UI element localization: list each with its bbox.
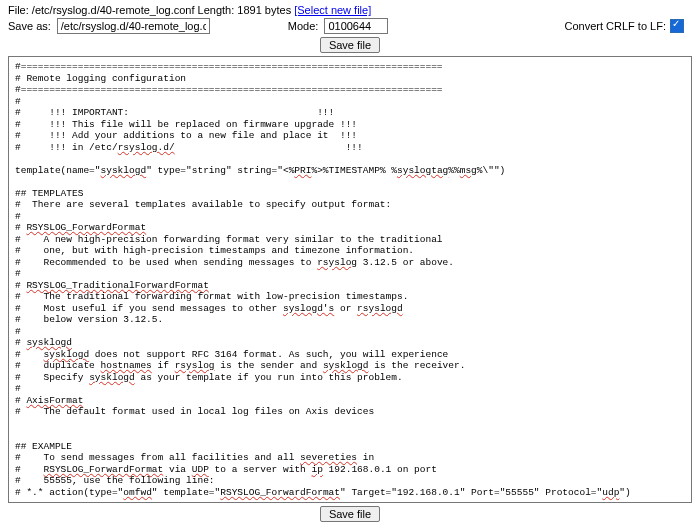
save-button-top[interactable]: Save file bbox=[320, 37, 380, 53]
header-line: File: /etc/rsyslog.d/40-remote_log.conf … bbox=[8, 4, 692, 16]
saveas-input[interactable] bbox=[57, 18, 210, 34]
save-button-bottom[interactable]: Save file bbox=[320, 506, 380, 522]
saveas-label: Save as: bbox=[8, 20, 51, 32]
length-value: 1891 bytes bbox=[237, 4, 291, 16]
length-label: Length: bbox=[194, 4, 237, 16]
crlf-checkbox[interactable] bbox=[670, 19, 684, 33]
crlf-label: Convert CRLF to LF: bbox=[565, 20, 666, 32]
file-label: File: bbox=[8, 4, 32, 16]
file-path: /etc/rsyslog.d/40-remote_log.conf bbox=[32, 4, 195, 16]
file-content[interactable]: #=======================================… bbox=[8, 56, 692, 503]
mode-input[interactable] bbox=[324, 18, 388, 34]
select-new-file-link[interactable]: [Select new file] bbox=[294, 4, 371, 16]
mode-label: Mode: bbox=[288, 20, 319, 32]
